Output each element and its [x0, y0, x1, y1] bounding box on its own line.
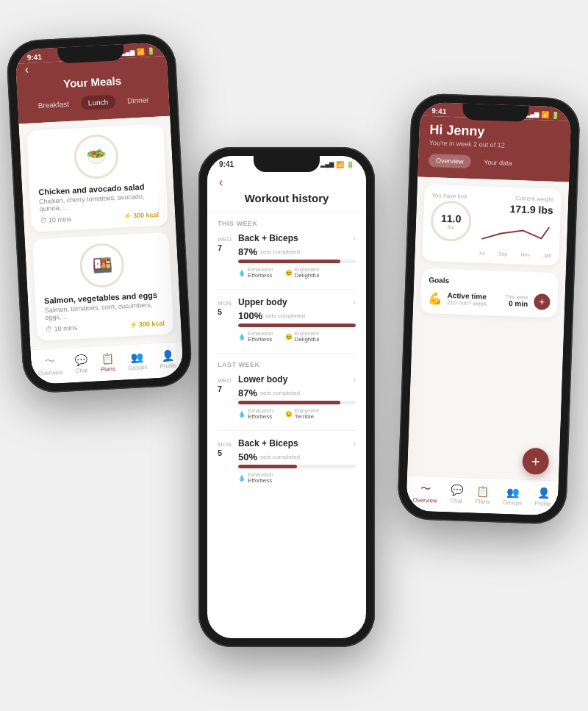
enjoyment-stat-3: 😟 Enjoyment Terrible — [285, 408, 319, 420]
overview-screen: 9:41 ▂▄▆ 📶 🔋 Hi Jenny You're in week 2 o… — [406, 102, 571, 516]
weight-card: You have lost 11.0 lbs Current weight 17… — [422, 185, 562, 265]
battery-icon: 🔋 — [146, 47, 155, 55]
workout-day-name-4: MON — [218, 441, 238, 449]
workout-name-3: Lower body — [238, 374, 287, 385]
signal-icon-2: ▂▄▆ — [320, 161, 334, 168]
meal-kcal-1: ⚡ 300 kcal — [123, 211, 159, 221]
workout-day-num-2: 5 — [218, 307, 222, 316]
workout-pct-2: 100% — [238, 310, 262, 321]
workout-item-4: MON 5 Back + Biceps › 50% sets completed — [218, 438, 356, 484]
workout-pct-label-1: sets completed — [260, 249, 300, 255]
meal-tabs: Breakfast Lunch Dinner — [26, 92, 161, 112]
goal-row-1: 💪 Active time 210 min / week This week 0… — [428, 290, 551, 310]
battery-icon-3: 🔋 — [551, 111, 559, 118]
weight-lost-unit: lbs — [448, 224, 454, 229]
exhaustion-icon-4: 💧 — [238, 475, 245, 482]
status-time: 9:41 — [27, 53, 43, 62]
this-week-label: THIS WEEK — [218, 220, 356, 227]
battery-icon-2: 🔋 — [346, 161, 354, 168]
meal-image-1: 🥗 — [73, 134, 119, 180]
last-week-label: LAST WEEK — [218, 361, 356, 368]
enjoyment-icon-2: 😊 — [285, 334, 293, 340]
divider-1 — [218, 289, 356, 290]
weight-lost-val: 11.0 — [441, 212, 462, 225]
workout-day-num-4: 5 — [218, 449, 222, 457]
notch — [254, 156, 320, 172]
phone-workout: 9:41 ▂▄▆ 📶 🔋 ‹ Workout history THIS WEEK — [198, 147, 375, 647]
workout-item-2: MON 5 Upper body › 100% sets completed — [218, 297, 356, 343]
chevron-icon-4[interactable]: › — [353, 438, 356, 449]
enjoyment-stat-1: 😊 Enjoyment Delightful — [285, 267, 319, 279]
workout-header: ‹ Workout history — [207, 170, 366, 212]
back-button-workout[interactable]: ‹ — [219, 176, 354, 189]
nav-groups[interactable]: 👥 Groups — [127, 351, 148, 371]
workout-bar-3 — [238, 401, 340, 404]
nav-plans[interactable]: 📋 Plans — [100, 352, 115, 373]
overview-tabs: Overview Your data — [429, 154, 560, 171]
weight-chart — [478, 218, 553, 249]
add-goal-button[interactable]: + — [534, 293, 551, 310]
workout-bar-4 — [238, 465, 297, 468]
meals-content: 🥗 Chicken and avocado salad Chicken, che… — [18, 116, 182, 349]
meal-time-1: ⏱ 10 mins — [40, 215, 71, 224]
overview-content: You have lost 11.0 lbs Current weight 17… — [407, 177, 569, 481]
workout-pct-label-4: sets completed — [260, 454, 300, 460]
meal-card-1[interactable]: 🥗 Chicken and avocado salad Chicken, che… — [26, 124, 168, 232]
workout-item-1: WED 7 Back + Biceps › 87% sets completed — [218, 233, 356, 279]
overview-icon: 〜 — [44, 354, 55, 368]
nav-profile[interactable]: 👤 Profile — [159, 349, 176, 370]
exhaustion-icon-2: 💧 — [238, 334, 245, 340]
tab-lunch[interactable]: Lunch — [80, 95, 115, 110]
overview-nav-icon: 〜 — [420, 482, 431, 496]
wifi-icon-3: 📶 — [541, 111, 549, 118]
meal-image-2: 🍱 — [79, 242, 125, 288]
nav-plans-3[interactable]: 📋 Plans — [475, 485, 490, 506]
workout-name-2: Upper body — [238, 297, 287, 307]
status-time-workout: 9:41 — [219, 160, 234, 168]
notch-overview — [462, 104, 529, 122]
exhaustion-stat-3: 💧 Exhaustion Effortless — [238, 408, 273, 420]
chevron-icon-2[interactable]: › — [353, 297, 356, 307]
divider-3 — [218, 430, 356, 431]
tab-your-data[interactable]: Your data — [476, 155, 520, 170]
tab-overview[interactable]: Overview — [429, 154, 471, 168]
workout-bar-2 — [238, 324, 356, 327]
workout-bar-1 — [238, 260, 340, 263]
workout-name-1: Back + Biceps — [238, 233, 298, 243]
workout-day-name-1: WED — [218, 236, 238, 243]
nav-chat[interactable]: 💬 Chat — [74, 354, 87, 374]
workout-pct-label-3: sets completed — [260, 390, 300, 396]
exhaustion-stat-2: 💧 Exhaustion Effortless — [238, 331, 273, 343]
nav-overview[interactable]: 〜 Overview — [37, 354, 63, 377]
enjoyment-icon-3: 😟 — [285, 411, 293, 418]
workout-pct-label-2: sets completed — [265, 312, 305, 319]
exhaustion-icon-1: 💧 — [238, 270, 245, 276]
workout-day-num-3: 7 — [218, 385, 222, 393]
nav-groups-3[interactable]: 👥 Groups — [503, 486, 523, 507]
workout-pct-1: 87% — [238, 246, 257, 257]
workout-title: Workout history — [219, 192, 354, 204]
workout-screen: 9:41 ▂▄▆ 📶 🔋 ‹ Workout history THIS WEEK — [207, 156, 366, 638]
tab-breakfast[interactable]: Breakfast — [30, 96, 76, 112]
nav-overview-3[interactable]: 〜 Overview — [412, 482, 437, 504]
groups-nav-icon: 👥 — [506, 486, 520, 499]
workout-pct-3: 87% — [238, 387, 257, 399]
weight-circle: 11.0 lbs — [430, 200, 472, 242]
meals-header: ‹ Your Meals Breakfast Lunch Dinner — [15, 56, 170, 124]
meal-time-2: ⏱ 10 mins — [46, 324, 77, 333]
chevron-icon-1[interactable]: › — [353, 233, 356, 243]
bottom-nav: 〜 Overview 💬 Chat 📋 Plans 👥 Groups 👤 — [31, 341, 184, 385]
nav-profile-3[interactable]: 👤 Profile — [534, 487, 552, 507]
groups-icon: 👥 — [131, 351, 144, 363]
tab-dinner[interactable]: Dinner — [120, 93, 157, 109]
nav-chat-3[interactable]: 💬 Chat — [450, 484, 463, 504]
goal-this-week: This week 0 min — [505, 294, 528, 308]
goal-sub-1: 210 min / week — [447, 299, 487, 307]
exhaustion-stat-4: 💧 Exhaustion Effortless — [238, 472, 273, 484]
chart-axis: Jul Sep Nov Jan — [478, 250, 552, 257]
workout-pct-4: 50% — [238, 451, 257, 462]
chat-icon: 💬 — [74, 354, 87, 366]
meal-card-2[interactable]: 🍱 Salmon, vegetables and eggs Salmon, to… — [32, 232, 174, 341]
phone-overview: 9:41 ▂▄▆ 📶 🔋 Hi Jenny You're in week 2 o… — [397, 93, 581, 525]
chevron-icon-3[interactable]: › — [353, 374, 356, 385]
